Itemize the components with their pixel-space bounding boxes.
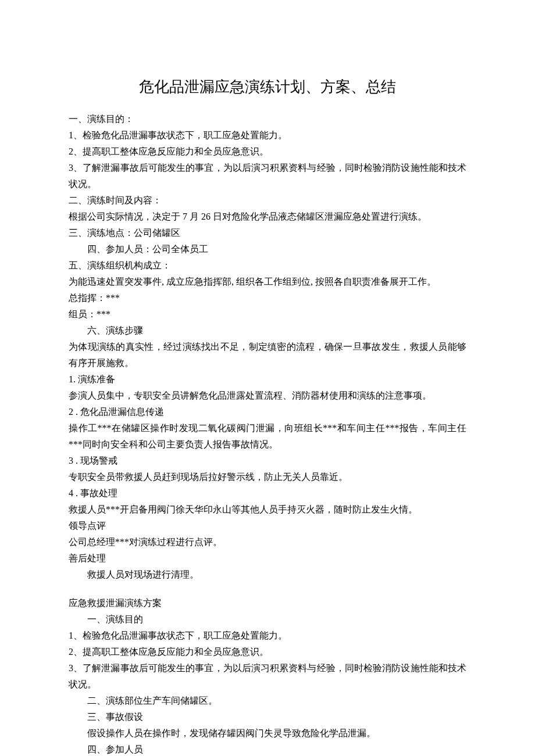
- paragraph: 六、演练步骤: [69, 323, 466, 339]
- paragraph: 参演人员集中，专职安全员讲解危化品泄露处置流程、消防器材使用和演练的注意事项。: [69, 388, 466, 404]
- document-title: 危化品泄漏应急演练计划、方案、总结: [69, 74, 466, 101]
- paragraph: 五、演练组织机构成立：: [69, 257, 466, 274]
- paragraph: 二、演练时间及内容：: [69, 192, 466, 209]
- paragraph: 一、演练目的: [69, 611, 466, 628]
- paragraph: 三、事故假设: [69, 709, 466, 725]
- paragraph: 3、了解泄漏事故后可能发生的事宜，为以后演习积累资料与经验，同时检验消防设施性能…: [69, 660, 466, 693]
- paragraph: 3、了解泄漏事故后可能发生的事宜，为以后演习积累资料与经验，同时检验消防设施性能…: [69, 160, 466, 192]
- paragraph: 四、参加人员: [69, 741, 466, 756]
- paragraph: 假设操作人员在操作时，发现储存罐因阀门失灵导致危险化学品泄漏。: [69, 725, 466, 741]
- paragraph: 公司总经理***对演练过程进行点评。: [69, 534, 466, 550]
- paragraph: 领导点评: [69, 518, 466, 534]
- paragraph: 操作工***在储罐区操作时发现二氧化碳阀门泄漏，向班组长***和车间主任***报…: [69, 420, 466, 453]
- paragraph: 1. 演练准备: [69, 371, 466, 388]
- paragraph: 为能迅速处置突发事件, 成立应急指挥部, 组织各工作组到位, 按照各自职责准备展…: [69, 274, 466, 290]
- paragraph: 应急救援泄漏演练方案: [69, 595, 466, 611]
- paragraph: 组员：***: [69, 306, 466, 323]
- paragraph: 四、参加人员：公司全体员工: [69, 241, 466, 257]
- paragraph: 专职安全员带救援人员赶到现场后拉好警示线，防止无关人员靠近。: [69, 469, 466, 485]
- paragraph: 3 . 现场警戒: [69, 453, 466, 469]
- paragraph: 救援人员***开启备用阀门徐天华印永山等其他人员手持灭火器，随时防止发生火情。: [69, 501, 466, 518]
- document-body: 一、演练目的：1、检验危化品泄漏事故状态下，职工应急处置能力。2、提高职工整体应…: [69, 111, 466, 756]
- paragraph: 1、检验危化品泄漏事故状态下，职工应急处置能力。: [69, 127, 466, 144]
- paragraph: 救援人员对现场进行清理。: [69, 567, 466, 583]
- paragraph: 2、提高职工整体应急反应能力和全员应急意识。: [69, 144, 466, 160]
- paragraph: 三、演练地点：公司储罐区: [69, 225, 466, 241]
- paragraph: 总指挥：***: [69, 290, 466, 306]
- paragraph: 2、提高职工整体应急反应能力和全员应急意识。: [69, 644, 466, 660]
- paragraph: 2 . 危化品泄漏信息传递: [69, 404, 466, 420]
- paragraph: 善后处理: [69, 550, 466, 567]
- paragraph: 一、演练目的：: [69, 111, 466, 127]
- paragraph: 为体现演练的真实性，经过演练找出不足，制定缜密的流程，确保一旦事故发生，救援人员…: [69, 339, 466, 371]
- paragraph: 1、检验危化品泄漏事故状态下，职工应急处置能力。: [69, 628, 466, 644]
- paragraph: 4 . 事故处理: [69, 485, 466, 501]
- paragraph: 二、演练部位生产车间储罐区。: [69, 693, 466, 709]
- paragraph: 根据公司实际情况，决定于 7 月 26 日对危险化学品液态储罐区泄漏应急处置进行…: [69, 209, 466, 225]
